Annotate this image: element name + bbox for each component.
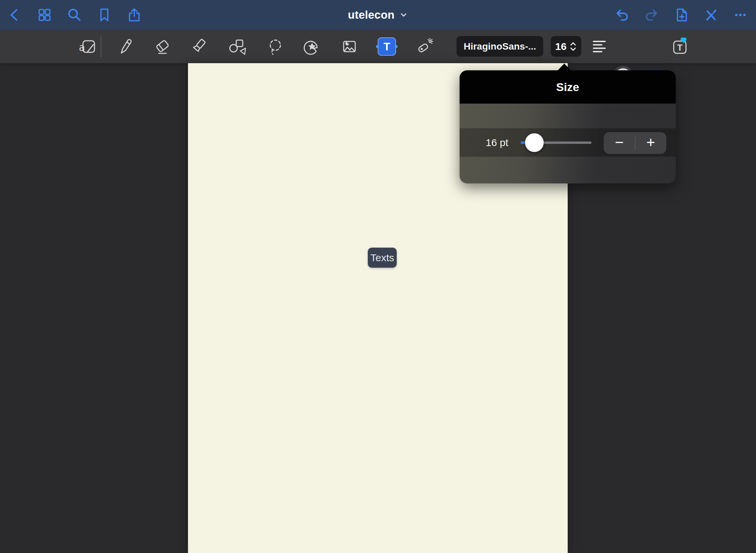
search-icon xyxy=(66,7,83,23)
topbar-left-group xyxy=(0,7,142,23)
toolbar-divider xyxy=(101,36,101,57)
align-left-icon xyxy=(590,37,609,56)
favorite-text-styles-button[interactable]: T xyxy=(670,37,689,56)
back-button[interactable] xyxy=(6,7,23,23)
size-slider-row: 16 pt − + xyxy=(460,128,676,157)
text-align-button[interactable] xyxy=(590,37,609,56)
tool-bar: a xyxy=(0,30,756,63)
thumbnails-button[interactable] xyxy=(36,7,53,23)
selection-handle-left xyxy=(376,45,379,48)
size-value-label: 16 pt xyxy=(473,128,521,157)
size-increase-button[interactable]: + xyxy=(635,132,667,154)
chevron-down-icon xyxy=(399,11,408,19)
highlighter-tool[interactable] xyxy=(190,37,209,56)
page-title: utelecon xyxy=(348,8,394,21)
font-size-value: 16 xyxy=(555,41,566,52)
size-decrease-button[interactable]: − xyxy=(604,132,635,154)
shapes-icon xyxy=(228,37,247,56)
share-icon xyxy=(126,7,142,23)
highlighter-icon xyxy=(190,37,209,56)
undo-button[interactable] xyxy=(614,7,630,23)
font-family-label: HiraginoSans-... xyxy=(464,41,536,52)
image-tool[interactable] xyxy=(340,37,359,56)
svg-text:T: T xyxy=(677,42,683,53)
laser-pointer-icon xyxy=(415,37,434,56)
sticker-tool[interactable] xyxy=(303,37,322,56)
document-title-button[interactable]: utelecon xyxy=(348,0,408,30)
pen-disable-button[interactable] xyxy=(703,7,719,23)
stepper-chevrons-icon xyxy=(569,40,577,53)
shapes-tool[interactable] xyxy=(228,37,247,56)
share-button[interactable] xyxy=(126,7,142,23)
sticker-icon xyxy=(303,37,322,56)
size-popover: Size 16 pt − + xyxy=(460,70,676,183)
lasso-tool[interactable] xyxy=(265,37,284,56)
more-button[interactable] xyxy=(732,7,749,23)
add-page-icon xyxy=(673,7,689,23)
topbar-right-group xyxy=(614,0,749,30)
text-object-label: Texts xyxy=(370,252,394,264)
lasso-icon xyxy=(265,37,284,56)
popover-header: Size xyxy=(460,70,676,104)
size-stepper-group: − + xyxy=(604,132,666,154)
selection-handle-right xyxy=(395,45,398,48)
text-tool[interactable]: T xyxy=(377,37,396,56)
pen-icon xyxy=(116,37,135,56)
eraser-tool[interactable] xyxy=(153,37,172,56)
font-family-button[interactable]: HiraginoSans-... xyxy=(457,36,543,57)
undo-icon xyxy=(614,7,630,23)
back-icon xyxy=(6,7,23,23)
top-navigation-bar: utelecon xyxy=(0,0,756,30)
more-ellipsis-icon xyxy=(732,7,749,23)
popover-arrow xyxy=(557,64,571,71)
redo-button[interactable] xyxy=(643,7,660,23)
app-window: utelecon xyxy=(0,0,756,553)
bookmark-icon xyxy=(96,7,113,23)
bookmark-button[interactable] xyxy=(96,7,113,23)
image-icon xyxy=(340,37,359,56)
text-tool-icon: T xyxy=(383,41,390,52)
text-tool-selected: T xyxy=(378,37,396,56)
popover-spacer-row-top xyxy=(460,104,676,128)
text-object[interactable]: Texts xyxy=(368,248,397,268)
tools-row: T xyxy=(116,37,434,56)
redo-icon xyxy=(643,7,660,23)
popover-body: 16 pt − + xyxy=(460,104,676,183)
favorite-text-style-icon: T xyxy=(670,37,689,56)
size-slider[interactable] xyxy=(521,128,591,157)
search-button[interactable] xyxy=(66,7,83,23)
add-page-button[interactable] xyxy=(673,7,689,23)
pen-tool[interactable] xyxy=(116,37,135,56)
laser-pointer-tool[interactable] xyxy=(415,37,434,56)
font-size-stepper[interactable]: 16 xyxy=(551,36,581,57)
pen-disable-icon xyxy=(703,7,719,23)
eraser-icon xyxy=(153,37,172,56)
thumbnails-grid-icon xyxy=(36,7,53,23)
convert-handwriting-icon: a xyxy=(78,37,97,56)
svg-text:a: a xyxy=(79,41,85,53)
slider-thumb[interactable] xyxy=(525,133,544,152)
popover-title: Size xyxy=(556,81,579,94)
popover-spacer-row-bottom xyxy=(460,157,676,183)
convert-handwriting-tool[interactable]: a xyxy=(78,37,97,56)
